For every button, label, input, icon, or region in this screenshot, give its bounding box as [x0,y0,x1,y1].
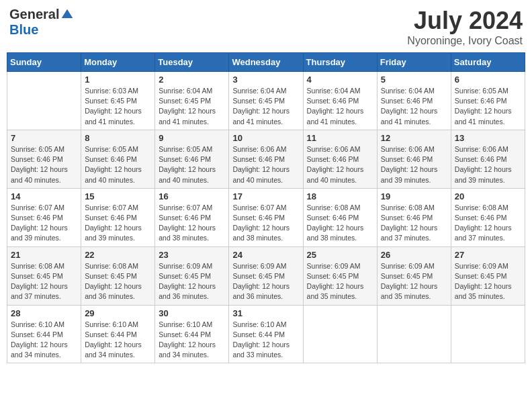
day-number: 21 [11,250,77,260]
calendar-cell: 10Sunrise: 6:06 AM Sunset: 6:46 PM Dayli… [229,130,303,188]
logo-icon [60,8,74,21]
calendar-cell: 5Sunrise: 6:04 AM Sunset: 6:46 PM Daylig… [377,72,451,130]
day-info: Sunrise: 6:10 AM Sunset: 6:44 PM Dayligh… [232,320,299,361]
calendar-cell [451,305,525,363]
day-number: 12 [381,133,447,143]
calendar-cell: 16Sunrise: 6:07 AM Sunset: 6:46 PM Dayli… [155,188,229,246]
day-info: Sunrise: 6:10 AM Sunset: 6:44 PM Dayligh… [11,320,77,361]
day-number: 31 [232,308,299,318]
calendar-cell: 1Sunrise: 6:03 AM Sunset: 6:45 PM Daylig… [81,72,155,130]
day-info: Sunrise: 6:06 AM Sunset: 6:46 PM Dayligh… [455,144,521,185]
calendar-cell: 27Sunrise: 6:09 AM Sunset: 6:45 PM Dayli… [451,246,525,305]
day-info: Sunrise: 6:09 AM Sunset: 6:45 PM Dayligh… [381,261,447,302]
day-number: 22 [85,250,151,260]
day-number: 5 [381,75,447,85]
calendar-cell: 9Sunrise: 6:05 AM Sunset: 6:46 PM Daylig… [155,130,229,188]
calendar-week-row: 1Sunrise: 6:03 AM Sunset: 6:45 PM Daylig… [7,72,525,130]
day-number: 28 [11,308,77,318]
calendar-cell [7,72,81,130]
weekday-header-sunday: Sunday [7,53,81,72]
calendar-week-row: 14Sunrise: 6:07 AM Sunset: 6:46 PM Dayli… [7,188,525,246]
day-info: Sunrise: 6:10 AM Sunset: 6:44 PM Dayligh… [159,320,225,361]
day-info: Sunrise: 6:09 AM Sunset: 6:45 PM Dayligh… [159,261,225,302]
calendar-cell: 3Sunrise: 6:04 AM Sunset: 6:45 PM Daylig… [229,72,303,130]
day-number: 6 [455,75,521,85]
day-info: Sunrise: 6:04 AM Sunset: 6:45 PM Dayligh… [159,86,225,127]
day-info: Sunrise: 6:06 AM Sunset: 6:46 PM Dayligh… [381,144,447,185]
day-number: 26 [381,250,447,260]
day-info: Sunrise: 6:08 AM Sunset: 6:46 PM Dayligh… [307,203,373,244]
calendar-cell: 17Sunrise: 6:07 AM Sunset: 6:46 PM Dayli… [229,188,303,246]
day-number: 8 [85,133,151,143]
day-number: 13 [455,133,521,143]
location-subtitle: Nyoroninge, Ivory Coast [407,35,523,47]
calendar-cell: 24Sunrise: 6:09 AM Sunset: 6:45 PM Dayli… [229,246,303,305]
day-number: 23 [159,250,225,260]
calendar-cell: 28Sunrise: 6:10 AM Sunset: 6:44 PM Dayli… [7,305,81,363]
logo-general-text: General [9,7,59,22]
calendar-week-row: 7Sunrise: 6:05 AM Sunset: 6:46 PM Daylig… [7,130,525,188]
day-info: Sunrise: 6:08 AM Sunset: 6:46 PM Dayligh… [381,203,447,244]
calendar-cell: 25Sunrise: 6:09 AM Sunset: 6:45 PM Dayli… [303,246,377,305]
calendar-cell: 13Sunrise: 6:06 AM Sunset: 6:46 PM Dayli… [451,130,525,188]
logo-blue-text: Blue [9,22,38,38]
calendar-cell: 19Sunrise: 6:08 AM Sunset: 6:46 PM Dayli… [377,188,451,246]
weekday-header-tuesday: Tuesday [155,53,229,72]
calendar-week-row: 28Sunrise: 6:10 AM Sunset: 6:44 PM Dayli… [7,305,525,363]
calendar-cell: 26Sunrise: 6:09 AM Sunset: 6:45 PM Dayli… [377,246,451,305]
title-section: July 2024 Nyoroninge, Ivory Coast [407,7,523,47]
day-number: 3 [232,75,299,85]
day-info: Sunrise: 6:07 AM Sunset: 6:46 PM Dayligh… [159,203,225,244]
day-info: Sunrise: 6:04 AM Sunset: 6:45 PM Dayligh… [232,86,299,127]
day-info: Sunrise: 6:08 AM Sunset: 6:45 PM Dayligh… [11,261,77,302]
day-info: Sunrise: 6:09 AM Sunset: 6:45 PM Dayligh… [307,261,373,302]
calendar-cell: 12Sunrise: 6:06 AM Sunset: 6:46 PM Dayli… [377,130,451,188]
day-number: 4 [307,75,373,85]
day-info: Sunrise: 6:09 AM Sunset: 6:45 PM Dayligh… [455,261,521,302]
calendar-table: SundayMondayTuesdayWednesdayThursdayFrid… [7,52,525,363]
day-number: 24 [232,250,299,260]
weekday-header-monday: Monday [81,53,155,72]
calendar-cell: 2Sunrise: 6:04 AM Sunset: 6:45 PM Daylig… [155,72,229,130]
calendar-cell: 20Sunrise: 6:08 AM Sunset: 6:46 PM Dayli… [451,188,525,246]
day-info: Sunrise: 6:07 AM Sunset: 6:46 PM Dayligh… [11,203,77,244]
day-number: 16 [159,191,225,201]
day-number: 9 [159,133,225,143]
svg-marker-0 [62,9,73,17]
day-number: 27 [455,250,521,260]
weekday-header-thursday: Thursday [303,53,377,72]
day-info: Sunrise: 6:07 AM Sunset: 6:46 PM Dayligh… [232,203,299,244]
day-info: Sunrise: 6:09 AM Sunset: 6:45 PM Dayligh… [232,261,299,302]
calendar-cell: 23Sunrise: 6:09 AM Sunset: 6:45 PM Dayli… [155,246,229,305]
page-header: General Blue July 2024 Nyoroninge, Ivory… [7,7,525,47]
calendar-cell [303,305,377,363]
calendar-cell: 6Sunrise: 6:05 AM Sunset: 6:46 PM Daylig… [451,72,525,130]
day-info: Sunrise: 6:04 AM Sunset: 6:46 PM Dayligh… [381,86,447,127]
day-number: 18 [307,191,373,201]
calendar-cell: 21Sunrise: 6:08 AM Sunset: 6:45 PM Dayli… [7,246,81,305]
day-info: Sunrise: 6:06 AM Sunset: 6:46 PM Dayligh… [307,144,373,185]
day-number: 19 [381,191,447,201]
day-number: 2 [159,75,225,85]
calendar-cell: 11Sunrise: 6:06 AM Sunset: 6:46 PM Dayli… [303,130,377,188]
day-info: Sunrise: 6:10 AM Sunset: 6:44 PM Dayligh… [85,320,151,361]
day-info: Sunrise: 6:08 AM Sunset: 6:45 PM Dayligh… [85,261,151,302]
day-number: 11 [307,133,373,143]
day-info: Sunrise: 6:07 AM Sunset: 6:46 PM Dayligh… [85,203,151,244]
calendar-cell: 7Sunrise: 6:05 AM Sunset: 6:46 PM Daylig… [7,130,81,188]
day-number: 20 [455,191,521,201]
day-number: 30 [159,308,225,318]
calendar-cell: 4Sunrise: 6:04 AM Sunset: 6:46 PM Daylig… [303,72,377,130]
calendar-cell: 22Sunrise: 6:08 AM Sunset: 6:45 PM Dayli… [81,246,155,305]
day-info: Sunrise: 6:05 AM Sunset: 6:46 PM Dayligh… [11,144,77,185]
weekday-header-saturday: Saturday [451,53,525,72]
calendar-week-row: 21Sunrise: 6:08 AM Sunset: 6:45 PM Dayli… [7,246,525,305]
day-number: 10 [232,133,299,143]
calendar-cell: 14Sunrise: 6:07 AM Sunset: 6:46 PM Dayli… [7,188,81,246]
day-number: 25 [307,250,373,260]
month-year-title: July 2024 [407,7,523,35]
calendar-cell: 8Sunrise: 6:05 AM Sunset: 6:46 PM Daylig… [81,130,155,188]
logo: General Blue [9,7,74,38]
weekday-header-row: SundayMondayTuesdayWednesdayThursdayFrid… [7,53,525,72]
calendar-cell: 18Sunrise: 6:08 AM Sunset: 6:46 PM Dayli… [303,188,377,246]
